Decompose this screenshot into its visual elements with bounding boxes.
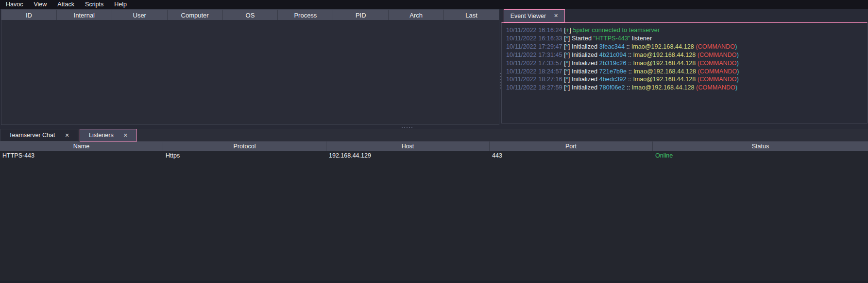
agents-table-body[interactable]	[1, 20, 499, 124]
close-icon[interactable]: ✕	[123, 132, 128, 139]
log-segment: ] Initialized	[568, 76, 599, 83]
log-segment: 10/11/2022 18:27:59	[506, 84, 564, 91]
log-segment: listener	[630, 35, 652, 42]
log-segment: )	[737, 52, 739, 58]
event-log-entry: 10/11/2022 18:24:57 [*] Initialized 721e…	[506, 68, 865, 76]
log-segment: lmao@192.168.44.128	[633, 68, 696, 75]
agents-col-id[interactable]: ID	[1, 10, 57, 20]
log-segment: ::	[627, 68, 633, 75]
log-segment: ] Started	[568, 35, 594, 42]
log-segment: 10/11/2022 16:16:24	[506, 27, 564, 34]
bottom-tabbar: Teamserver Chat✕Listeners✕	[0, 129, 868, 142]
log-segment: lmao@192.168.44.128	[633, 52, 696, 58]
listeners-col-protocol[interactable]: Protocol	[163, 142, 326, 151]
cell-port: 443	[490, 152, 653, 159]
log-segment: 4bedc392	[599, 76, 627, 83]
log-segment: (COMMANDO	[695, 84, 735, 91]
log-segment: )	[735, 84, 737, 91]
event-log-entry: 10/11/2022 16:16:24 [+] 5pider connected…	[506, 26, 865, 35]
horizontal-splitter-handle[interactable]	[402, 126, 412, 128]
close-icon[interactable]: ✕	[554, 13, 558, 19]
close-icon[interactable]: ✕	[65, 132, 69, 139]
tab-label: Listeners	[89, 132, 114, 139]
log-segment: ] Initialized	[568, 84, 599, 91]
log-segment: ] Initialized	[568, 68, 599, 75]
log-segment: 10/11/2022 18:24:57	[506, 68, 564, 75]
havoc-window: HavocViewAttackScriptsHelp IDInternalUse…	[0, 0, 868, 283]
cell-status: Online	[653, 152, 868, 159]
agents-col-last[interactable]: Last	[444, 10, 499, 20]
bottom-edge	[0, 281, 868, 283]
log-segment: (COMMANDO	[694, 43, 735, 50]
tab-listeners[interactable]: Listeners✕	[80, 129, 137, 142]
agents-col-user[interactable]: User	[112, 10, 168, 20]
log-segment: ] Initialized	[568, 43, 599, 50]
menu-item-help[interactable]: Help	[109, 0, 132, 9]
cell-name: HTTPS-443	[0, 152, 163, 159]
menu-item-havoc[interactable]: Havoc	[0, 0, 28, 9]
menu-item-view[interactable]: View	[28, 0, 52, 9]
log-segment: ::	[626, 52, 633, 58]
log-segment: 10/11/2022 17:29:47	[506, 43, 564, 50]
agents-col-process[interactable]: Process	[278, 10, 333, 20]
agents-col-pid[interactable]: PID	[333, 10, 389, 20]
menu-item-attack[interactable]: Attack	[52, 0, 80, 9]
cell-protocol: Https	[163, 152, 326, 159]
log-segment: 4b21c094	[599, 52, 627, 58]
tab-teamserver-chat[interactable]: Teamserver Chat✕	[0, 129, 78, 142]
agents-panel: IDInternalUserComputerOSProcessPIDArchLa…	[1, 9, 499, 125]
listeners-table-body: HTTPS-443Https192.168.44.129443Online	[0, 151, 868, 160]
tab-event-viewer[interactable]: Event Viewer ✕	[504, 9, 565, 22]
listener-row[interactable]: HTTPS-443Https192.168.44.129443Online	[0, 151, 868, 160]
log-segment: ::	[625, 84, 632, 91]
tab-label: Teamserver Chat	[9, 132, 55, 139]
vertical-splitter-handle[interactable]	[499, 73, 501, 90]
log-segment: (COMMANDO	[696, 68, 737, 75]
log-segment: 10/11/2022 16:16:33	[506, 35, 564, 42]
agents-col-arch[interactable]: Arch	[389, 10, 444, 20]
log-segment: 780f06e2	[599, 84, 625, 91]
event-log-entry: 10/11/2022 17:29:47 [*] Initialized 3fea…	[506, 43, 865, 51]
log-segment: lmao@192.168.44.128	[631, 43, 694, 50]
listeners-col-status[interactable]: Status	[653, 142, 868, 151]
log-segment: ::	[626, 60, 633, 67]
log-segment: ::	[626, 76, 633, 83]
event-log-entry: 10/11/2022 16:16:33 [*] Started "HTTPS-4…	[506, 35, 865, 43]
log-segment: 721e7b9e	[599, 68, 627, 75]
event-log-entry: 10/11/2022 17:31:45 [*] Initialized 4b21…	[506, 51, 865, 59]
log-segment: ] Initialized	[568, 52, 599, 58]
log-segment: (COMMANDO	[696, 52, 736, 58]
menubar: HavocViewAttackScriptsHelp	[0, 0, 868, 9]
agents-col-os[interactable]: OS	[223, 10, 278, 20]
agents-col-internal[interactable]: Internal	[57, 10, 112, 20]
log-segment: 3feac344	[599, 43, 625, 50]
cell-host: 192.168.44.129	[326, 152, 490, 159]
log-segment: lmao@192.168.44.128	[632, 84, 695, 91]
listeners-panel: NameProtocolHostPortStatus HTTPS-443Http…	[0, 142, 868, 283]
event-log-entry: 10/11/2022 18:27:16 [*] Initialized 4bed…	[506, 75, 865, 84]
agents-col-computer[interactable]: Computer	[168, 10, 223, 20]
log-segment: )	[737, 76, 739, 83]
log-segment: 10/11/2022 17:33:57	[506, 60, 564, 67]
menu-item-scripts[interactable]: Scripts	[80, 0, 109, 9]
log-segment: (COMMANDO	[696, 60, 736, 67]
log-segment: )	[737, 68, 739, 75]
listeners-col-name[interactable]: Name	[0, 142, 163, 151]
log-segment: "HTTPS-443"	[594, 35, 630, 42]
log-segment: 5pider connected to teamserver	[571, 27, 660, 34]
event-log-entry: 10/11/2022 17:33:57 [*] Initialized 2b31…	[506, 59, 865, 68]
log-segment: ::	[625, 43, 631, 50]
listeners-table-header: NameProtocolHostPortStatus	[0, 142, 868, 151]
log-segment: 10/11/2022 18:27:16	[506, 76, 564, 83]
log-segment: )	[737, 60, 739, 67]
listeners-col-port[interactable]: Port	[490, 142, 653, 151]
log-segment: 10/11/2022 17:31:45	[506, 52, 564, 58]
log-segment: lmao@192.168.44.128	[633, 60, 696, 67]
listeners-col-host[interactable]: Host	[326, 142, 490, 151]
log-segment: lmao@192.168.44.128	[633, 76, 696, 83]
event-log-entry: 10/11/2022 18:27:59 [*] Initialized 780f…	[506, 84, 865, 92]
log-segment: )	[735, 43, 737, 50]
event-log[interactable]: 10/11/2022 16:16:24 [+] 5pider connected…	[501, 22, 868, 124]
log-segment: (COMMANDO	[696, 76, 736, 83]
log-segment: ] Initialized	[568, 60, 599, 67]
